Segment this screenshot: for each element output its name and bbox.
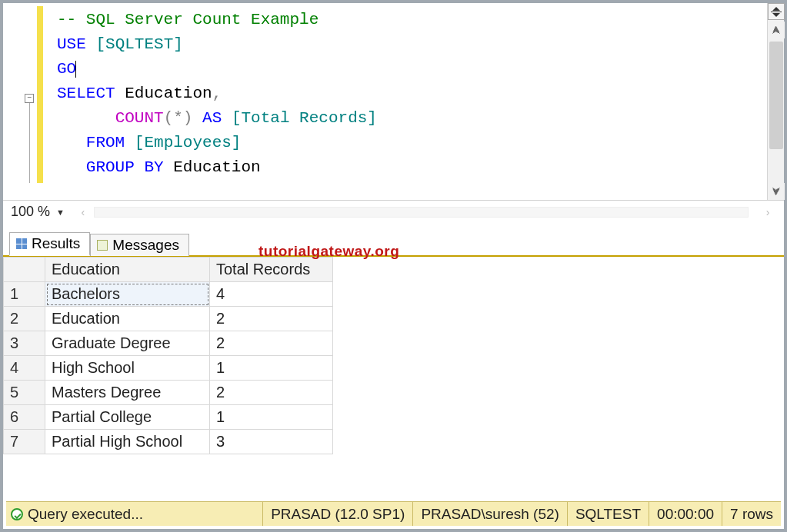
code-fold-toggle[interactable]: − bbox=[25, 94, 34, 103]
cell-education[interactable]: High School bbox=[45, 356, 210, 381]
cell-education[interactable]: Bachelors bbox=[45, 282, 210, 307]
rownum-cell[interactable]: 7 bbox=[4, 430, 45, 454]
cell-total[interactable]: 2 bbox=[210, 331, 333, 356]
zoom-dropdown[interactable]: 100 % bbox=[3, 204, 53, 220]
lparen: ( bbox=[164, 109, 174, 127]
from-table: [Employees] bbox=[135, 134, 242, 151]
cell-education[interactable]: Masters Degree bbox=[45, 381, 210, 405]
cell-education[interactable]: Partial High School bbox=[45, 430, 210, 454]
editor-gutter: − bbox=[3, 3, 49, 200]
rownum-cell[interactable]: 1 bbox=[4, 282, 45, 307]
cell-total[interactable]: 2 bbox=[210, 307, 333, 331]
db-name: [SQLTEST] bbox=[95, 35, 182, 53]
kw-go: GO bbox=[57, 60, 76, 78]
scroll-up-icon[interactable]: ⮝ bbox=[768, 22, 785, 38]
execution-highlight-bar bbox=[37, 6, 43, 183]
ssms-window: − -- SQL Server Count Example USE [SQLTE… bbox=[0, 0, 787, 532]
comma: , bbox=[212, 85, 222, 102]
cell-total[interactable]: 3 bbox=[210, 430, 333, 454]
hscroll-left-icon[interactable]: ‹ bbox=[75, 206, 91, 218]
cell-education[interactable]: Education bbox=[45, 307, 210, 331]
kw-use: USE bbox=[57, 35, 86, 53]
status-exec-label: Query executed... bbox=[28, 506, 143, 523]
zoom-hscroll-row: 100 % ▼ ‹ › bbox=[3, 200, 784, 223]
rownum-cell[interactable]: 2 bbox=[4, 307, 45, 331]
tab-messages[interactable]: Messages bbox=[90, 234, 189, 256]
kw-groupby: GROUP BY bbox=[86, 158, 164, 176]
table-row[interactable]: 6 Partial College 1 bbox=[4, 405, 333, 430]
cell-total[interactable]: 4 bbox=[210, 282, 333, 307]
cell-total[interactable]: 1 bbox=[210, 356, 333, 381]
grid-icon bbox=[16, 238, 27, 249]
rparen: ) bbox=[183, 109, 193, 127]
editor-horizontal-scrollbar[interactable] bbox=[94, 207, 749, 218]
cell-education[interactable]: Partial College bbox=[45, 405, 210, 430]
table-row[interactable]: 5 Masters Degree 2 bbox=[4, 381, 333, 405]
watermark-text: tutorialgateway.org bbox=[258, 243, 399, 260]
text-cursor bbox=[75, 61, 76, 78]
status-time: 00:00:00 bbox=[649, 502, 722, 526]
rownum-cell[interactable]: 5 bbox=[4, 381, 45, 405]
rownum-cell[interactable]: 4 bbox=[4, 356, 45, 381]
table-row[interactable]: 2 Education 2 bbox=[4, 307, 333, 331]
status-bar: Query executed... PRASAD (12.0 SP1) PRAS… bbox=[6, 501, 781, 526]
messages-icon bbox=[97, 240, 108, 251]
chevron-down-icon[interactable]: ▼ bbox=[56, 208, 65, 217]
header-row: Education Total Records bbox=[4, 258, 333, 282]
sql-comment: -- SQL Server Count Example bbox=[57, 11, 318, 28]
select-col: Education bbox=[115, 85, 212, 102]
kw-select: SELECT bbox=[57, 85, 115, 102]
kw-as: AS bbox=[202, 109, 222, 127]
hscroll-right-icon[interactable]: › bbox=[752, 206, 784, 218]
rownum-cell[interactable]: 3 bbox=[4, 331, 45, 356]
rownum-header[interactable] bbox=[4, 258, 45, 282]
results-grid-wrap: Education Total Records 1 Bachelors 4 2 … bbox=[3, 257, 784, 487]
status-server: PRASAD (12.0 SP1) bbox=[262, 502, 412, 526]
star: * bbox=[173, 109, 183, 127]
editor-vertical-scrollbar[interactable]: ⮝ ⮟ bbox=[767, 3, 784, 200]
tab-results[interactable]: Results bbox=[9, 232, 90, 256]
scroll-thumb[interactable] bbox=[769, 42, 783, 149]
split-pane-icon[interactable] bbox=[768, 3, 785, 20]
results-grid[interactable]: Education Total Records 1 Bachelors 4 2 … bbox=[3, 257, 333, 454]
scroll-down-icon[interactable]: ⮟ bbox=[768, 183, 785, 200]
kw-from: FROM bbox=[86, 134, 125, 151]
sql-editor-pane: − -- SQL Server Count Example USE [SQLTE… bbox=[3, 3, 784, 200]
alias: [Total Records] bbox=[232, 109, 377, 127]
col-header-education[interactable]: Education bbox=[45, 258, 210, 282]
cell-education[interactable]: Graduate Degree bbox=[45, 331, 210, 356]
status-user: PRASAD\suresh (52) bbox=[412, 502, 567, 526]
status-rows: 7 rows bbox=[722, 502, 781, 526]
success-icon bbox=[11, 508, 23, 520]
cell-total[interactable]: 1 bbox=[210, 405, 333, 430]
table-row[interactable]: 7 Partial High School 3 bbox=[4, 430, 333, 454]
group-col: Education bbox=[164, 158, 261, 176]
status-exec: Query executed... bbox=[6, 502, 151, 526]
tab-results-label: Results bbox=[32, 235, 80, 252]
tab-messages-label: Messages bbox=[112, 237, 179, 254]
rownum-cell[interactable]: 6 bbox=[4, 405, 45, 430]
code-fold-line bbox=[29, 103, 30, 183]
fn-count: COUNT bbox=[115, 109, 164, 127]
sql-editor[interactable]: -- SQL Server Count Example USE [SQLTEST… bbox=[49, 3, 767, 200]
status-db: SQLTEST bbox=[567, 502, 649, 526]
table-row[interactable]: 1 Bachelors 4 bbox=[4, 282, 333, 307]
cell-total[interactable]: 2 bbox=[210, 381, 333, 405]
table-row[interactable]: 4 High School 1 bbox=[4, 356, 333, 381]
col-header-total[interactable]: Total Records bbox=[210, 258, 333, 282]
table-row[interactable]: 3 Graduate Degree 2 bbox=[4, 331, 333, 356]
